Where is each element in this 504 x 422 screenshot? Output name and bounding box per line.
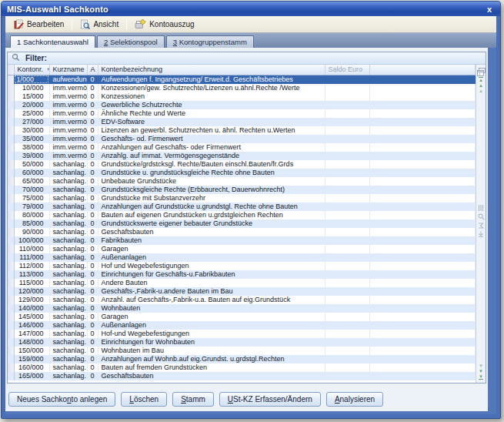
grid-columns-icon[interactable] xyxy=(478,205,484,213)
row-gutter xyxy=(8,296,14,304)
close-icon[interactable]: x xyxy=(484,5,495,14)
cell-saldo-euro xyxy=(325,236,369,245)
table-row[interactable]: 75/000 sachanlag. 0 Grundstücke mit Subs… xyxy=(8,194,476,203)
row-gutter xyxy=(8,253,14,262)
table-row[interactable]: 111/000 sachanlag. 0 Außenanlagen xyxy=(8,253,476,262)
table-row[interactable]: 165/000 sachanlag. 0 Geschäftsbauten xyxy=(8,372,476,380)
column-header-kurzname[interactable]: Kurzname xyxy=(49,65,87,75)
table-row[interactable]: 90/000 sachanlag. 0 Geschäftsbauten xyxy=(8,228,476,236)
analysieren-button[interactable]: Analysieren xyxy=(326,392,383,407)
neues-sachkonto-anlegen-button[interactable]: Neues Sachkonto anlegen xyxy=(8,392,115,407)
table-row[interactable]: 79/000 sachanlag. 0 Anzahlungen auf Grun… xyxy=(8,203,476,211)
table-row[interactable]: 112/000 sachanlag. 0 Hof und Wegebefesti… xyxy=(8,262,476,270)
table-row[interactable]: 145/000 sachanlag. 0 Garagen xyxy=(8,313,476,321)
table-row[interactable]: 10/000 imm.vermög 0 Konzessionen/gew. Sc… xyxy=(8,84,476,92)
cell-kontonr: 1/000 xyxy=(14,75,49,84)
row-gutter xyxy=(8,330,14,338)
table-row[interactable]: 148/000 sachanlag. 0 Einrichtungen für W… xyxy=(8,338,476,347)
table-row[interactable]: 146/000 sachanlag. 0 Außenanlagen xyxy=(8,321,476,330)
bearbeiten-button[interactable]: Bearbeiten xyxy=(8,17,69,32)
filter-bar[interactable]: Filter: xyxy=(8,52,486,65)
tab-kontogruppenstamm[interactable]: 3 Kontogruppenstamm xyxy=(166,35,254,48)
table-row[interactable]: 15/000 imm.vermög 0 Konzessionen xyxy=(8,92,476,101)
table-row[interactable]: 140/000 sachanlag. 0 Wohnbauten xyxy=(8,304,476,313)
grid-goto-icon[interactable] xyxy=(478,231,484,239)
cell-kontenbezeichnung: Geschäftsbauten xyxy=(98,228,325,236)
cell-saldo-euro xyxy=(325,101,369,109)
grid-sum-icon[interactable] xyxy=(478,223,484,230)
table-row[interactable]: 100/000 sachanlag. 0 Fabrikbauten xyxy=(8,236,476,245)
table-row[interactable]: 159/000 sachanlag. 0 Anzahlungen auf Woh… xyxy=(8,355,476,363)
scroll-up-icon[interactable]: ▲ xyxy=(479,83,483,88)
grid-scroll-strip[interactable]: ▲ ▲ ▲ xyxy=(476,65,486,383)
ansicht-button[interactable]: Ansicht xyxy=(75,17,124,32)
table-row[interactable]: 80/000 sachanlag. 0 Bauten auf eigenen G… xyxy=(8,211,476,219)
cell-kontenbezeichnung: Konzessionen/gew. Schutzrechte/Lizenzen … xyxy=(98,84,325,92)
table-row[interactable]: 1/000 aufwendung 0 Aufwendungen f. Ingan… xyxy=(8,75,476,84)
table-row[interactable]: 27/000 imm.vermög 0 EDV-Software xyxy=(8,118,476,126)
table-row[interactable]: 110/000 sachanlag. 0 Garagen xyxy=(8,245,476,253)
column-header-a[interactable]: A xyxy=(87,65,98,75)
cell-saldo-euro xyxy=(325,92,369,101)
cell-filler xyxy=(369,330,476,338)
cell-kontenbezeichnung: Fabrikbauten xyxy=(98,236,325,245)
cell-kurzname: sachanlag. xyxy=(49,279,87,287)
cell-filler xyxy=(369,304,476,313)
scroll-down-icon[interactable]: ▼ xyxy=(479,369,483,373)
cell-kontenbezeichnung: Grundstückswerte eigener bebauter Grunds… xyxy=(98,219,325,228)
cell-kontonr: 90/000 xyxy=(14,228,49,236)
table-row[interactable]: 38/000 imm.vermög 0 Anzahlungen auf Gesc… xyxy=(8,143,476,152)
cell-filler xyxy=(369,211,476,219)
footer-button-bar: Neues Sachkonto anlegen Löschen Stamm US… xyxy=(8,392,383,407)
column-header-kontenbezeichnung[interactable]: Kontenbezeichnung xyxy=(98,65,325,75)
row-gutter xyxy=(8,177,14,186)
cell-a: 0 xyxy=(87,245,98,253)
cell-a: 0 xyxy=(87,143,98,152)
row-gutter xyxy=(8,152,14,160)
ansicht-label: Ansicht xyxy=(93,20,118,28)
sort-descending-icon: ▼ xyxy=(46,67,49,72)
table-row[interactable]: 85/000 sachanlag. 0 Grundstückswerte eig… xyxy=(8,219,476,228)
cell-saldo-euro xyxy=(325,160,369,169)
table-row[interactable]: 60/000 sachanlag. 0 Grundstücke u. grund… xyxy=(8,169,476,177)
cell-kontonr: 85/000 xyxy=(14,219,49,228)
table-row[interactable]: 150/000 sachanlag. 0 Wohnbauten im Bau xyxy=(8,347,476,355)
cell-kontonr: 165/000 xyxy=(14,372,49,380)
cell-kontenbezeichnung: Grundstücke mit Substanzverzehr xyxy=(98,194,325,203)
table-row[interactable]: 147/000 sachanlag. 0 Hof-und Wegebefesti… xyxy=(8,330,476,338)
row-gutter xyxy=(8,372,14,380)
tab-sachkontenauswahl[interactable]: 1 Sachkontenauswahl xyxy=(10,35,95,48)
scroll-page-up-icon[interactable]: ▲ xyxy=(479,89,483,93)
ust-kz-erfassen-aendern-button[interactable]: USt-KZ Erfassen/Ändern xyxy=(219,392,321,407)
cell-filler xyxy=(369,372,476,380)
scroll-bottom-icon[interactable]: ▼ xyxy=(479,374,483,380)
kontoauszug-button[interactable]: Kontoauszug xyxy=(129,17,199,32)
column-header-saldo-euro[interactable]: Saldo Euro xyxy=(325,65,369,75)
table-row[interactable]: 25/000 imm.vermög 0 Ähnliche Rechte und … xyxy=(8,109,476,118)
table-row[interactable]: 160/000 sachanlag. 0 Bauten auf fremden … xyxy=(8,363,476,372)
table-row[interactable]: 30/000 imm.vermög 0 Lizenzen an gewerbl.… xyxy=(8,126,476,135)
column-header-kontonr[interactable]: Kontonr.▼ xyxy=(14,65,49,75)
tab-selektionspool[interactable]: 2 Selektionspool xyxy=(97,35,165,48)
table-row[interactable]: 35/000 imm.vermög 0 Geschäfts- od. Firme… xyxy=(8,135,476,143)
table-row[interactable]: 65/000 sachanlag. 0 Unbebaute Grundstück… xyxy=(8,177,476,186)
cell-filler xyxy=(369,262,476,270)
cell-saldo-euro xyxy=(325,270,369,279)
grid-search-icon[interactable] xyxy=(478,213,485,222)
table-row[interactable]: 129/000 sachanlag. 0 Anzahl. auf Geschäf… xyxy=(8,296,476,304)
table-row[interactable]: 39/000 imm.vermög 0 Anzahlg. auf immat. … xyxy=(8,152,476,160)
table-row[interactable]: 70/000 sachanlag. 0 Grundstücksgleiche R… xyxy=(8,186,476,194)
cell-kontonr: 146/000 xyxy=(14,321,49,330)
table-row[interactable]: 113/000 sachanlag. 0 Einrichtungen für G… xyxy=(8,270,476,279)
table-row[interactable]: 120/000 sachanlag. 0 Geschäfts-,Fabrik-u… xyxy=(8,287,476,296)
cell-kontonr: 112/000 xyxy=(14,262,49,270)
scroll-top-icon[interactable]: ▲ xyxy=(479,77,483,82)
scroll-page-down-icon[interactable]: ▼ xyxy=(479,363,483,368)
row-gutter xyxy=(8,270,14,279)
stamm-button[interactable]: Stamm xyxy=(172,392,214,407)
table-row[interactable]: 50/000 sachanlag. 0 Grundstücke/grdstcks… xyxy=(8,160,476,169)
cell-saldo-euro xyxy=(325,330,369,338)
loeschen-button[interactable]: Löschen xyxy=(121,392,167,407)
table-row[interactable]: 20/000 imm.vermög 0 Gewerbliche Schutzre… xyxy=(8,101,476,109)
table-row[interactable]: 115/000 sachanlag. 0 Andere Bauten xyxy=(8,279,476,287)
